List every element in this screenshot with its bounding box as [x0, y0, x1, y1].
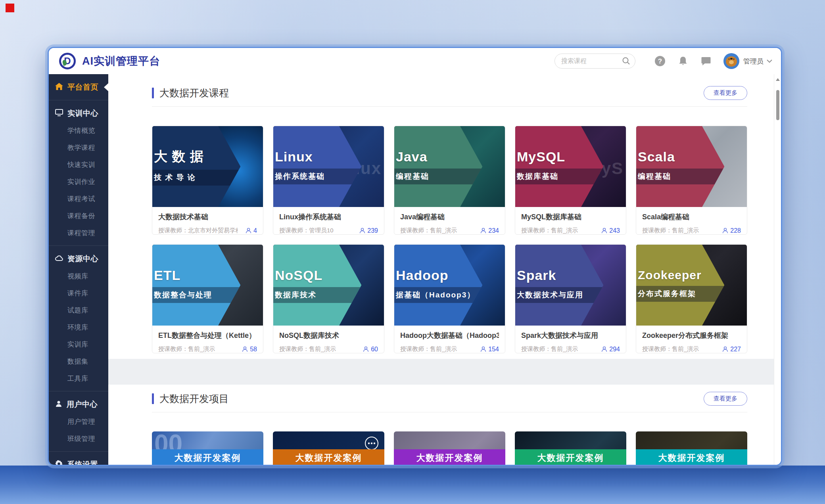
help-icon[interactable]: ?: [654, 56, 666, 67]
cover-chevron: 大 数 据 技 术 导 论: [152, 126, 240, 207]
cover-subtitle: 技 术 导 论: [152, 170, 240, 186]
course-card[interactable]: MyS MySQL 数据库基础 MySQL数据库基础 授课教师：售前_演示: [515, 126, 626, 235]
search-icon[interactable]: [622, 57, 631, 67]
home-icon: [55, 83, 63, 92]
course-card[interactable]: 大 数 据 技 术 导 论 大数据技术基础 授课教师：北京市对外贸易学校教...…: [152, 126, 263, 235]
course-card[interactable]: Scala 编程基础 Scala编程基础 授课教师：售前_演示 228: [636, 126, 747, 235]
course-teacher: 授课教师：售前_演示: [400, 227, 457, 234]
course-title: Zookeeper分布式服务框架: [642, 331, 741, 340]
view-more-courses-button[interactable]: 查看更多: [704, 86, 747, 100]
cover-chevron: Java 编程基础: [394, 126, 482, 207]
section-divider: [152, 106, 747, 107]
cover-subtitle: 据基础（Hadoop3）: [394, 287, 482, 303]
course-teacher: 授课教师：售前_演示: [642, 345, 699, 353]
sidebar-item-class-management[interactable]: 班级管理: [49, 430, 108, 447]
scrollbar-thumb[interactable]: [776, 90, 779, 120]
cover-title: Linux: [273, 149, 361, 165]
course-teacher: 授课教师：售前_演示: [642, 227, 699, 234]
search-box: [554, 54, 635, 69]
course-teacher: 授课教师：售前_演示: [158, 345, 215, 353]
project-banner: 大数据开发案例: [515, 449, 626, 466]
sidebar-item-video-library[interactable]: 视频库: [49, 268, 108, 285]
course-title: ETL数据整合与处理（Kettle）: [158, 331, 257, 340]
sidebar-item-teaching-courses[interactable]: 教学课程: [49, 139, 108, 156]
project-card[interactable]: 00 大数据开发案例: [152, 431, 263, 466]
section-title-projects: 大数据开发项目: [152, 392, 229, 405]
course-cover: Spark 大数据技术与应用: [515, 245, 626, 326]
cover-subtitle: 分布式服务框架: [636, 286, 724, 302]
student-count: 154: [480, 346, 499, 353]
sidebar-item-question-library[interactable]: 试题库: [49, 302, 108, 319]
project-cover: 大数据开发案例: [636, 431, 747, 466]
sidebar-item-course-management[interactable]: 课程管理: [49, 224, 108, 241]
course-cover: 大 数 据 技 术 导 论: [152, 126, 263, 207]
course-cover: Hadoop 据基础（Hadoop3）: [394, 245, 505, 326]
sidebar-item-home[interactable]: 平台首页: [49, 78, 108, 96]
cover-title: Hadoop: [394, 268, 482, 283]
project-card[interactable]: 大数据开发案例: [394, 431, 505, 466]
active-notch: [104, 83, 108, 91]
message-bubble-icon[interactable]: [700, 56, 712, 67]
sidebar-item-training-library[interactable]: 实训库: [49, 336, 108, 353]
sidebar-item-environment-library[interactable]: 环境库: [49, 319, 108, 336]
course-card[interactable]: Hadoop 据基础（Hadoop3） Hadoop大数据基础（Hadoop3）…: [394, 244, 505, 353]
screen-marker: [6, 4, 14, 12]
course-cover: inux Linux 操作系统基础: [273, 126, 384, 207]
sidebar-item-course-backup[interactable]: 课程备份: [49, 207, 108, 224]
course-title: NoSQL数据库技术: [279, 331, 378, 340]
cover-chevron: Hadoop 据基础（Hadoop3）: [394, 245, 482, 326]
cover-subtitle: 大数据技术与应用: [515, 287, 603, 303]
sidebar-item-tool-library[interactable]: 工具库: [49, 370, 108, 387]
person-icon: [363, 346, 369, 352]
course-title: Spark大数据技术与应用: [521, 331, 620, 340]
course-teacher: 授课教师：售前_演示: [521, 345, 578, 353]
project-card[interactable]: 大数据开发案例: [636, 431, 747, 466]
cover-title: Spark: [515, 268, 603, 283]
project-cover: 大数据开发案例: [394, 431, 505, 466]
sidebar-item-training-center[interactable]: 实训中心: [49, 104, 108, 122]
section-projects: 大数据开发项目 查看更多 00 大数据开发案例: [108, 385, 774, 466]
sidebar-item-user-management[interactable]: 用户管理: [49, 413, 108, 430]
project-card[interactable]: 大数据开发案例: [515, 431, 626, 466]
scroll-up-arrow-icon[interactable]: [776, 78, 780, 81]
course-title: Scala编程基础: [642, 212, 741, 222]
person-icon: [246, 228, 251, 234]
sidebar-item-quick-training[interactable]: 快速实训: [49, 156, 108, 173]
user-avatar[interactable]: [723, 53, 739, 69]
course-card[interactable]: ETL 数据整合与处理 ETL数据整合与处理（Kettle） 授课教师：售前_演…: [152, 244, 263, 353]
project-banner: 大数据开发案例: [152, 449, 263, 466]
course-card[interactable]: inux Linux 操作系统基础 Linux操作系统基础 授课教师：管理员10: [273, 126, 384, 235]
student-count: 294: [601, 346, 620, 353]
course-card[interactable]: Java 编程基础 Java编程基础 授课教师：售前_演示 234: [394, 126, 505, 235]
course-cover: Scala 编程基础: [636, 126, 747, 207]
student-count: 243: [601, 227, 620, 234]
cover-chevron: Spark 大数据技术与应用: [515, 245, 603, 326]
sidebar-item-courseware-library[interactable]: 课件库: [49, 285, 108, 302]
project-cover: 大数据开发案例: [273, 431, 384, 466]
user-name[interactable]: 管理员: [743, 57, 764, 66]
project-card[interactable]: 大数据开发案例: [273, 431, 384, 466]
course-card[interactable]: NoSQL 数据库技术 NoSQL数据库技术 授课教师：售前_演示 60: [273, 244, 384, 353]
caret-down-icon[interactable]: [767, 57, 772, 65]
section-divider: [152, 412, 747, 412]
cover-subtitle: 数据整合与处理: [152, 287, 240, 303]
course-card[interactable]: Zookeeper 分布式服务框架 Zookeeper分布式服务框架 授课教师：…: [636, 244, 747, 353]
sidebar-item-system-settings[interactable]: 系统设置: [49, 456, 108, 466]
view-more-projects-button[interactable]: 查看更多: [704, 392, 747, 406]
sidebar-item-resource-center[interactable]: 资源中心: [49, 250, 108, 268]
sidebar-item-course-exams[interactable]: 课程考试: [49, 190, 108, 207]
app-window: D AI实训管理平台 ? 管理员: [48, 47, 782, 466]
sidebar-item-dataset[interactable]: 数据集: [49, 353, 108, 370]
sidebar-item-user-center[interactable]: 用户中心: [49, 395, 108, 413]
student-count: 4: [246, 227, 257, 234]
course-card[interactable]: Spark 大数据技术与应用 Spark大数据技术与应用 授课教师：售前_演示 …: [515, 244, 626, 353]
notification-bell-icon[interactable]: [677, 56, 689, 67]
cover-title: NoSQL: [273, 268, 361, 283]
course-title: Java编程基础: [400, 212, 499, 222]
sidebar-item-study-overview[interactable]: 学情概览: [49, 122, 108, 139]
cover-chevron: MySQL 数据库基础: [515, 126, 603, 207]
content-scrollbar[interactable]: [774, 74, 781, 466]
section-title-courses: 大数据开发课程: [152, 86, 229, 100]
sidebar-item-training-homework[interactable]: 实训作业: [49, 173, 108, 190]
sidebar-divider: [49, 391, 108, 391]
